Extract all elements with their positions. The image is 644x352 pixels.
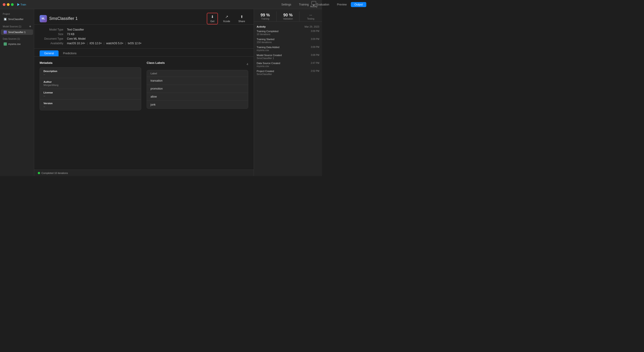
avail-sep-2: |: [104, 42, 104, 45]
class-label-header: Label: [147, 70, 248, 77]
data-source-name: mysms.csv: [8, 43, 20, 45]
activity-feed-label: Activity: [257, 25, 266, 28]
testing-dashes: --: [300, 13, 321, 18]
class-label-promotion: promotion: [147, 85, 248, 93]
activity-entry-1: Training Started 3:09 PM 150 iterations: [257, 38, 319, 44]
avail-ios: iOS 12.0+: [90, 42, 102, 45]
metadata-card: Description -- Author MorganWang License…: [40, 67, 141, 110]
share-button[interactable]: ⬆ Share: [235, 13, 248, 24]
activity-entry-2: Training Data Added 3:09 PM mysms.csv: [257, 46, 319, 52]
avail-sep-1: |: [87, 42, 88, 45]
activity-entry-4-header: Data Source Created 2:47 PM: [257, 62, 319, 65]
data-sources-label: Data Sources (1): [3, 38, 20, 40]
tab-predictions[interactable]: Predictions: [58, 50, 81, 56]
training-pct: 99 %: [255, 13, 276, 18]
activity-entry-2-header: Training Data Added 3:09 PM: [257, 46, 319, 49]
share-icon: ⬆: [240, 15, 243, 19]
metadata-row-license: License --: [40, 89, 141, 100]
validation-pct: 90 %: [278, 13, 298, 18]
right-panel: 99 % Training 90 % Validation -- Testing…: [254, 9, 322, 176]
class-labels-title: Class Labels: [147, 61, 165, 65]
avail-watchos: watchOS 5.0+: [106, 42, 124, 45]
activity-entry-4-title: Data Source Created: [257, 62, 280, 65]
avail-macos: macOS 10.14+: [67, 42, 85, 45]
info-row-doc-type: Document Type Core ML Model: [40, 37, 248, 41]
class-label-transation: transation: [147, 77, 248, 85]
license-field-name: License: [44, 91, 137, 94]
model-source-icon: [4, 31, 7, 34]
training-label: Training: [255, 18, 276, 20]
model-type-value: Text Classifier: [67, 28, 84, 31]
activity-entry-4: Data Source Created 2:47 PM mysms.csv: [257, 62, 319, 68]
model-sources-header: Model Sources (1) +: [0, 24, 34, 29]
info-row-availability: Availability macOS 10.14+ | iOS 12.0+ | …: [40, 41, 248, 46]
avail-tvos: tvOS 12.0+: [128, 42, 142, 45]
get-icon: ⬇: [211, 15, 214, 19]
main-layout: Project 📄 SmsClassifier Model Sources (1…: [0, 9, 322, 176]
project-icon: 📄: [4, 18, 7, 21]
tab-training[interactable]: Training: [295, 2, 312, 7]
activity-entry-3-detail: SmsClassifier 1: [257, 57, 319, 60]
description-field-name: Description: [44, 70, 137, 73]
model-info: Model Type Text Classifier Size 73 KB Do…: [34, 25, 254, 49]
data-sources-header: Data Sources (1): [0, 37, 34, 41]
metadata-row-version: Version --: [40, 100, 141, 110]
tab-general[interactable]: General: [40, 50, 58, 56]
content-tabs: General Predictions: [34, 49, 254, 57]
close-button[interactable]: [3, 3, 6, 6]
class-labels-section: Class Labels 4 Label transation promotio…: [147, 61, 248, 165]
activity-entry-1-title: Training Started: [257, 38, 274, 41]
stat-training: 99 % Training: [254, 12, 276, 22]
minimize-button[interactable]: [7, 3, 10, 6]
share-label: Share: [238, 20, 245, 23]
activity-entry-1-header: Training Started 3:09 PM: [257, 38, 319, 41]
xcode-icon: ↗: [225, 15, 228, 19]
activity-entry-1-detail: 150 iterations: [257, 41, 319, 44]
size-label: Size: [40, 33, 67, 36]
stat-validation: 90 % Validation: [277, 12, 299, 22]
status-bar: Completed 10 iterations: [34, 170, 254, 176]
model-sources-label: Model Sources (1): [3, 25, 22, 28]
activity-entry-3-title: Model Source Created: [257, 54, 282, 57]
activity-entry-3-header: Model Source Created 3:08 PM: [257, 54, 319, 57]
maximize-button[interactable]: [11, 3, 14, 6]
get-label: Get: [210, 20, 214, 23]
train-label: Train: [20, 3, 26, 6]
class-count: 4: [246, 63, 248, 66]
header-actions: ⬇ Get ↗ Xcode ⬆ Share: [207, 13, 248, 24]
author-field-name: Author: [44, 80, 137, 83]
activity-feed: Activity Mar 29, 2023 Training Completed…: [254, 22, 322, 176]
activity-entry-3-time: 3:08 PM: [311, 54, 319, 57]
train-button[interactable]: Train: [17, 3, 26, 6]
model-header: ML SmsClassifier 1 ⬇ Get ↗ Xcode ⬆ Share: [34, 9, 254, 25]
activity-entry-2-time: 3:09 PM: [311, 46, 319, 49]
status-dot: [38, 172, 40, 174]
testing-label: Testing: [300, 18, 321, 20]
activity-entry-5-time: 2:02 PM: [311, 70, 319, 73]
size-value: 73 KB: [67, 33, 74, 36]
add-model-source-button[interactable]: +: [29, 25, 31, 28]
class-label-junk: junk: [147, 101, 248, 108]
version-field-value: --: [44, 105, 137, 108]
activity-date: Mar 29, 2023: [304, 25, 319, 28]
availability-pills: macOS 10.14+ | iOS 12.0+ | watchOS 5.0+ …: [67, 42, 142, 45]
class-labels-header: Class Labels 4: [147, 61, 248, 67]
content-body: Metadata Description -- Author MorganWan…: [34, 57, 254, 170]
tab-settings[interactable]: Settings: [278, 2, 295, 7]
metadata-row-description: Description --: [40, 68, 141, 78]
sidebar-item-project[interactable]: 📄 SmsClassifier: [1, 17, 33, 22]
project-name: SmsClassifier: [8, 18, 24, 21]
stat-testing: -- Testing: [300, 12, 322, 22]
titlebar: Train Settings Training Evaluation Previ…: [0, 0, 322, 9]
xcode-button[interactable]: ↗ Xcode: [220, 13, 233, 24]
sidebar-item-data-source[interactable]: mysms.csv: [1, 41, 33, 47]
sidebar-item-model-source[interactable]: SmsClassifier 1: [1, 29, 33, 35]
metadata-section: Metadata Description -- Author MorganWan…: [40, 61, 141, 165]
activity-entry-5: Project Created 2:02 PM SmsClassifier: [257, 70, 319, 75]
doc-type-label: Document Type: [40, 37, 67, 40]
availability-label: Availability: [40, 42, 67, 45]
activity-icon: [312, 1, 316, 5]
get-button[interactable]: ⬇ Get: [207, 13, 218, 24]
activity-entry-0-time: 3:09 PM: [311, 30, 319, 33]
activity-entry-0-detail: 10 iterations: [257, 33, 319, 36]
